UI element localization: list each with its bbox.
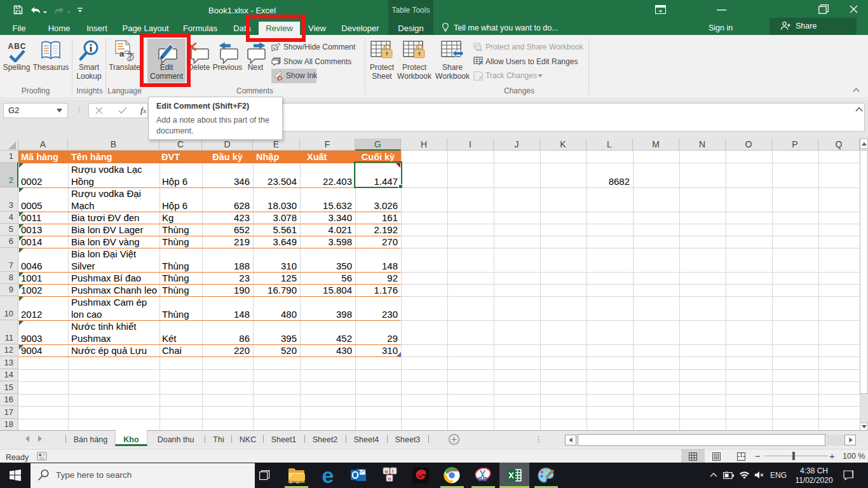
- svg-text:a: a: [119, 49, 125, 58]
- svg-text:n: n: [388, 476, 391, 482]
- svg-text:u: u: [385, 468, 388, 474]
- svg-text:i: i: [392, 468, 393, 474]
